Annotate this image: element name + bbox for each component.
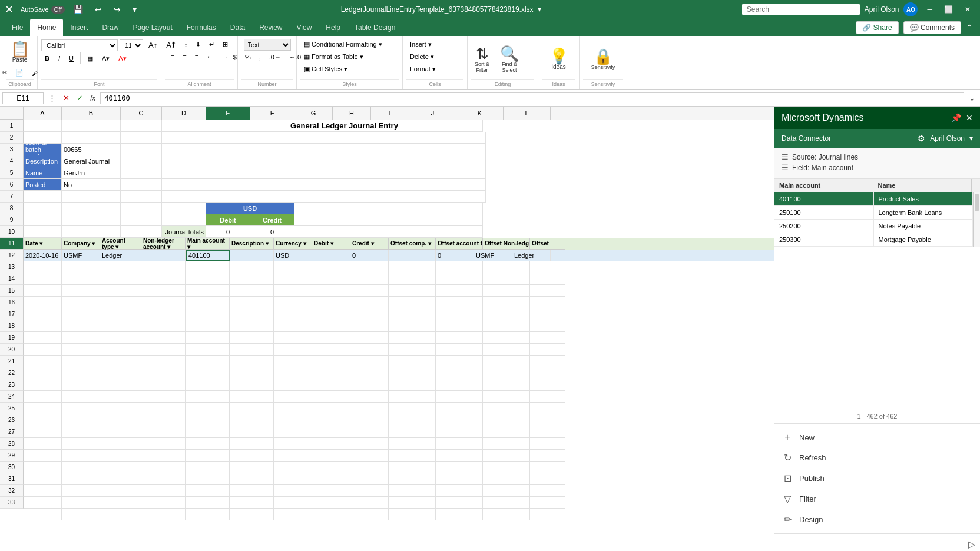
cell-K29[interactable] [436, 462, 483, 473]
font-size-selector[interactable]: 11 [120, 39, 143, 51]
cell-a9b[interactable] [24, 226, 62, 238]
cell-e7[interactable] [206, 191, 250, 203]
merge-button[interactable]: ⊞ [219, 39, 231, 50]
cell-K31[interactable] [436, 485, 483, 497]
align-right-bottom-button[interactable]: ⬇ [192, 39, 204, 50]
row-num-2[interactable]: 2 [0, 132, 24, 144]
tab-draw[interactable]: Draw [95, 19, 125, 36]
cell-d5[interactable] [162, 167, 206, 179]
cell-H32[interactable] [312, 497, 350, 509]
cell-b2[interactable] [62, 132, 121, 144]
cell-F20[interactable] [230, 356, 274, 367]
cell-H27[interactable] [312, 438, 350, 450]
cell-E12[interactable] [186, 261, 230, 273]
data-row-401100[interactable]: 401100 Product Sales [774, 192, 973, 206]
cell-M31[interactable] [530, 485, 565, 497]
cell-c5[interactable] [121, 167, 162, 179]
col-header-b[interactable]: B [62, 107, 121, 120]
cell-K18[interactable] [436, 332, 483, 344]
cell-L15[interactable] [483, 297, 530, 308]
cell-G26[interactable] [274, 426, 312, 438]
copy-button[interactable]: 📄 [12, 67, 27, 78]
cell-C18[interactable] [100, 332, 141, 344]
col-offset-comp-header[interactable]: Offset comp. ▾ [389, 238, 436, 250]
scroll-thumb[interactable] [975, 194, 979, 211]
formula-expand-button[interactable]: ⌄ [966, 92, 978, 104]
col-header-d[interactable]: D [162, 107, 206, 120]
cell-D17[interactable] [141, 320, 186, 332]
cell-J29[interactable] [389, 462, 436, 473]
cell-G28[interactable] [274, 450, 312, 462]
cell-H33[interactable] [312, 509, 350, 520]
cell-M33[interactable] [530, 509, 565, 520]
comma-button[interactable]: , [256, 52, 264, 62]
cell-J31[interactable] [389, 485, 436, 497]
cell-L16[interactable] [483, 308, 530, 320]
col-header-k[interactable]: K [456, 107, 504, 120]
cell-B31[interactable] [62, 485, 100, 497]
cell-A20[interactable] [24, 356, 62, 367]
cell-G12[interactable] [274, 261, 312, 273]
cell-l11[interactable]: USMF [474, 250, 512, 261]
share-button[interactable]: 🔗 Share [856, 21, 898, 34]
cell-I23[interactable] [350, 391, 389, 403]
cell-e5[interactable] [206, 167, 250, 179]
cell-B23[interactable] [62, 391, 100, 403]
cell-b11[interactable]: USMF [62, 250, 100, 261]
cell-I29[interactable] [350, 462, 389, 473]
cell-b3[interactable]: 00665 [62, 144, 121, 155]
cell-D33[interactable] [141, 509, 186, 520]
cell-K17[interactable] [436, 320, 483, 332]
cell-K14[interactable] [436, 285, 483, 297]
cell-H28[interactable] [312, 450, 350, 462]
cell-K12[interactable] [436, 261, 483, 273]
row-num-32[interactable]: 32 [0, 485, 24, 497]
cell-F30[interactable] [230, 473, 274, 485]
cell-credit-total[interactable]: 0 [250, 226, 294, 238]
row-num-5[interactable]: 5 [0, 167, 24, 179]
cell-rest-4[interactable] [250, 155, 486, 167]
cell-E31[interactable] [186, 485, 230, 497]
cell-c9[interactable] [121, 214, 162, 226]
cell-b9[interactable] [62, 214, 121, 226]
row-num-17[interactable]: 17 [0, 308, 24, 320]
cell-F23[interactable] [230, 391, 274, 403]
col-header-a[interactable]: A [24, 107, 62, 120]
cell-E29[interactable] [186, 462, 230, 473]
cell-F22[interactable] [230, 379, 274, 391]
cell-I20[interactable] [350, 356, 389, 367]
cell-D15[interactable] [141, 297, 186, 308]
col-header-e[interactable]: E [206, 107, 250, 120]
fill-color-button[interactable]: A▾ [98, 53, 113, 64]
restore-button[interactable]: ⬜ [939, 3, 958, 16]
cell-M13[interactable] [530, 273, 565, 285]
cell-C23[interactable] [100, 391, 141, 403]
cell-M24[interactable] [530, 403, 565, 414]
select-all-button[interactable] [0, 107, 23, 119]
cell-I16[interactable] [350, 308, 389, 320]
cell-L12[interactable] [483, 261, 530, 273]
cell-I33[interactable] [350, 509, 389, 520]
cell-F14[interactable] [230, 285, 274, 297]
col-desc-header[interactable]: Description ▾ [230, 238, 274, 250]
cell-c3[interactable] [121, 144, 162, 155]
cell-A17[interactable] [24, 320, 62, 332]
cell-d7[interactable] [162, 191, 206, 203]
panel-expand-button[interactable]: ▷ [968, 539, 975, 550]
cell-F13[interactable] [230, 273, 274, 285]
cell-A16[interactable] [24, 308, 62, 320]
ideas-button[interactable]: 💡 Ideas [546, 46, 572, 72]
underline-button[interactable]: U [65, 53, 77, 64]
cell-D31[interactable] [141, 485, 186, 497]
cell-d3[interactable] [162, 144, 206, 155]
cell-L18[interactable] [483, 332, 530, 344]
cell-B29[interactable] [62, 462, 100, 473]
cell-G23[interactable] [274, 391, 312, 403]
col-main-acct-header[interactable]: Main account ▾ [186, 238, 230, 250]
col-offset-acct-header[interactable]: Offset account t. ▾ [436, 238, 483, 250]
cell-b6[interactable]: No [62, 179, 121, 191]
cell-K24[interactable] [436, 403, 483, 414]
row-num-11[interactable]: 11 [0, 238, 24, 250]
cell-b5[interactable]: GenJrn [62, 167, 121, 179]
cell-B15[interactable] [62, 297, 100, 308]
